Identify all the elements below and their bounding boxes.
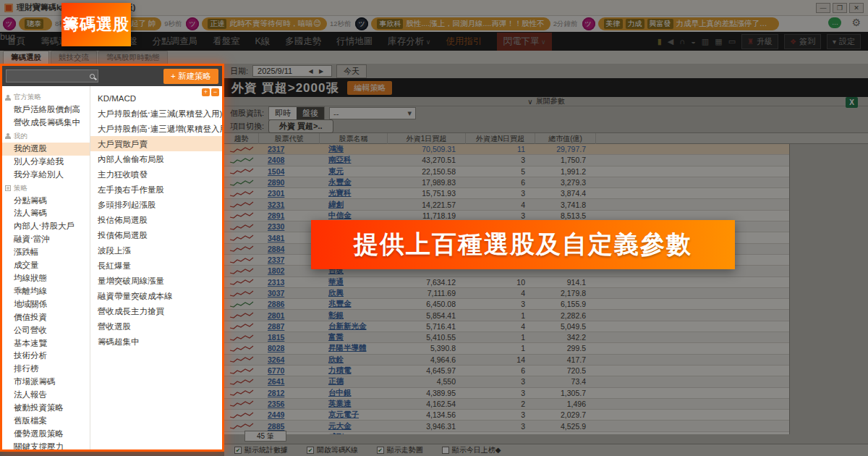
strategy-item[interactable]: 大戶買散戶賣: [90, 136, 222, 151]
sidebar-item-別人分享給我[interactable]: 別人分享給我: [2, 156, 90, 169]
stock-code-link[interactable]: 2887: [259, 322, 320, 331]
stock-name-link[interactable]: 京元電子: [320, 410, 388, 420]
strategy-item[interactable]: 籌碼超集中: [90, 334, 222, 349]
stock-code-link[interactable]: 1815: [259, 333, 320, 342]
column-header[interactable]: 外資連N日買超: [466, 133, 535, 144]
stock-name-link[interactable]: 元大金: [320, 421, 388, 431]
sidebar-item-營收成長籌碼集中[interactable]: 營收成長籌碼集中: [2, 117, 90, 130]
restore-button[interactable]: ❐: [833, 3, 847, 13]
column-header[interactable]: 趨勢: [224, 133, 259, 144]
strategy-item[interactable]: 內部人偷偷布局股: [90, 151, 222, 166]
stock-name-link[interactable]: 兆豐金: [320, 299, 388, 309]
stock-code-link[interactable]: 2812: [259, 389, 320, 397]
sidebar-item-分點籌碼[interactable]: 分點籌碼: [2, 195, 90, 208]
stats-icon[interactable]: ▥: [702, 37, 709, 46]
column-header[interactable]: 總市值(億): [535, 133, 596, 144]
strategy-item[interactable]: 左手換右手作量股: [90, 182, 222, 197]
tab-籌碼選股[interactable]: 籌碼選股: [3, 51, 49, 64]
table-row[interactable]: 3260 威剛 3,887.17 3 379.6: [224, 432, 789, 434]
sidebar-item-法人籌碼[interactable]: 法人籌碼: [2, 207, 90, 220]
stock-name-link[interactable]: 南亞科: [320, 155, 388, 165]
chat-bubble-icon[interactable]: ◒: [691, 37, 696, 46]
stock-name-link[interactable]: 欣興: [320, 288, 388, 298]
menu-item-行情地圖[interactable]: 行情地圖: [336, 35, 373, 48]
checkin-button[interactable]: ❖簽到: [784, 34, 821, 49]
close-button[interactable]: ✕: [849, 3, 864, 13]
table-row[interactable]: 3231 緯創 14,221.57 4 3,741.8: [224, 199, 789, 210]
strategy-search-input[interactable]: [6, 69, 98, 83]
strategy-item[interactable]: 主力狂收噴發: [90, 166, 222, 182]
today-button[interactable]: 今天: [336, 64, 367, 78]
strategy-item[interactable]: 長紅爆量: [90, 258, 222, 273]
excel-export-icon[interactable]: X: [846, 97, 858, 108]
stock-code-link[interactable]: 2356: [259, 400, 320, 408]
sidebar-item-關鍵支撐壓力[interactable]: 關鍵支撐壓力: [2, 441, 90, 449]
stock-code-link[interactable]: 1504: [259, 167, 320, 176]
stock-code-link[interactable]: 2641: [259, 377, 320, 386]
upgrade-button[interactable]: ♜升級: [741, 34, 778, 49]
strategy-item[interactable]: 量增突破周線漲量: [90, 273, 222, 288]
table-row[interactable]: 2301 光寶科 15,751.93 3 3,874.4: [224, 188, 789, 199]
window-icon[interactable]: ▭: [728, 37, 736, 46]
stock-name-link[interactable]: 欣銓: [320, 355, 388, 365]
strategy-item[interactable]: 投債佈局選股: [90, 227, 222, 242]
stock-code-link[interactable]: 2449: [259, 410, 320, 419]
sidebar-item-我分享給別人[interactable]: 我分享給別人: [2, 169, 90, 182]
menu-item-多國走勢[interactable]: 多國走勢: [285, 35, 321, 48]
stock-code-link[interactable]: 6770: [259, 366, 320, 375]
sidebar-item-基本速覽[interactable]: 基本速覽: [2, 337, 90, 350]
checkbox-顯示統計數據[interactable]: ✔顯示統計數據: [234, 445, 288, 455]
open-chat-icon[interactable]: …: [828, 17, 841, 28]
gear-icon[interactable]: ⚙: [851, 17, 861, 28]
menu-item-閃電下單[interactable]: 閃電下單 ∨: [497, 33, 551, 51]
tab-籌碼股即時動態[interactable]: 籌碼股即時動態: [98, 51, 168, 64]
table-row[interactable]: 2886 兆豐金 6,450.08 3 6,155.9: [224, 299, 789, 310]
sidebar-item-我的選股[interactable]: 我的選股: [2, 143, 90, 156]
tab-競技交流[interactable]: 競技交流: [51, 51, 97, 64]
sidebar-item-融資‧當沖[interactable]: 融資‧當沖: [2, 233, 90, 246]
stock-name-link[interactable]: 正德: [320, 376, 388, 387]
date-next-icon[interactable]: ▶: [319, 68, 326, 75]
collapse-all-icon[interactable]: −: [211, 88, 219, 96]
strategy-item[interactable]: 大戶持股創高‧連三遞增(累積登入用): [90, 121, 222, 136]
column-header[interactable]: 股票代號: [259, 133, 320, 144]
megaphone-icon[interactable]: ◀: [668, 37, 673, 46]
strategy-item[interactable]: 投信佈局選股: [90, 212, 222, 227]
stock-name-link[interactable]: 緯創: [320, 200, 388, 210]
qrcode-icon[interactable]: ▦: [715, 37, 722, 46]
sidebar-item-價值投資[interactable]: 價值投資: [2, 311, 90, 324]
stock-code-link[interactable]: 2890: [259, 178, 320, 187]
column-header[interactable]: 股票名稱: [320, 133, 388, 144]
stock-name-link[interactable]: 昇陽半導體: [320, 343, 388, 353]
table-row[interactable]: 1504 東元 22,150.58 5 1,991.2: [224, 166, 789, 177]
chat-message[interactable]: 正達此時不賣等待何時，嘻嘻😊 12秒前: [186, 17, 351, 30]
strategy-item[interactable]: 融資帶量突破成本線: [90, 288, 222, 303]
edit-strategy-button[interactable]: 編輯策略: [347, 81, 392, 95]
stock-code-link[interactable]: 3264: [259, 355, 320, 364]
table-row[interactable]: 2317 鴻海 70,509.31 11 29,797.7: [224, 144, 789, 155]
sidebar-item-市場派籌碼[interactable]: 市場派籌碼: [2, 376, 90, 389]
sidebar-item-法人報告[interactable]: 法人報告: [2, 389, 90, 402]
settings-button[interactable]: ▾設定: [827, 34, 861, 49]
stock-code-link[interactable]: 2313: [259, 278, 320, 287]
date-prev-icon[interactable]: ◀: [309, 68, 315, 75]
sidebar-item-成交量[interactable]: 成交量: [2, 259, 90, 272]
stock-code-link[interactable]: 8028: [259, 344, 320, 352]
stock-name-link[interactable]: 永豐金: [320, 177, 388, 187]
menu-item-看盤室[interactable]: 看盤室: [213, 35, 240, 48]
stock-code-link[interactable]: 2886: [259, 300, 320, 308]
sidebar-item-技術分析[interactable]: 技術分析: [2, 350, 90, 363]
table-row[interactable]: 3264 欣銓 4,964.6 14 417.7: [224, 355, 789, 366]
stock-name-link[interactable]: 華通: [320, 277, 388, 287]
stock-code-link[interactable]: 3231: [259, 200, 320, 209]
checkbox-顯示走勢圖[interactable]: ✔顯示走勢圖: [377, 445, 423, 455]
expand-all-icon[interactable]: +: [202, 88, 210, 96]
stock-code-link[interactable]: 2801: [259, 311, 320, 320]
headset-icon[interactable]: ∩: [679, 37, 685, 46]
stock-code-link[interactable]: 2891: [259, 211, 320, 220]
sidebar-item-漲跌幅[interactable]: 漲跌幅: [2, 246, 90, 259]
stock-name-link[interactable]: 台中銀: [320, 388, 388, 398]
stock-name-link[interactable]: 東元: [320, 166, 388, 177]
table-row[interactable]: 2890 永豐金 17,989.83 6 3,279.3: [224, 177, 789, 188]
item-switch-button[interactable]: 外資 買超>..: [268, 119, 333, 133]
